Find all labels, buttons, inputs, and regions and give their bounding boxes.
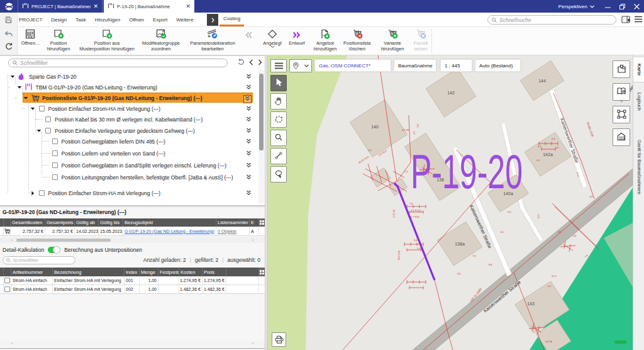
nav-back-button[interactable] [249, 59, 253, 67]
position-checkbox[interactable] [39, 106, 45, 111]
ribbon-button-modifikatorgruppe[interactable]: Modifikatorgruppe zuordnen [133, 28, 189, 54]
map-button-transform[interactable] [613, 106, 630, 123]
column-header-festpreis[interactable]: Festpreis [158, 268, 179, 276]
side-tab-logbuch[interactable]: Logbuch [633, 85, 644, 118]
map-button-legend-book[interactable] [613, 83, 630, 101]
article-cell[interactable] [4, 285, 11, 293]
close-icon[interactable]: ✕ [186, 4, 191, 9]
column-header-g-ltig-bis[interactable]: Gültig bis [99, 218, 123, 227]
column-header-bezugsobjekt[interactable]: Bezugsobjekt [123, 218, 216, 227]
column-header-e[interactable]: E [250, 218, 259, 227]
position-checkbox[interactable] [39, 190, 45, 196]
menu-item-task[interactable]: Task [71, 17, 90, 23]
listensammler-link[interactable]: 0 Objekte [218, 229, 236, 234]
position-checkbox[interactable] [52, 138, 58, 144]
column-header-gesamtkosten[interactable]: Gesamtkosten [11, 218, 45, 227]
double-chevron-down-icon[interactable] [246, 190, 252, 197]
app-menu-button[interactable] [635, 16, 642, 24]
column-header-bezeichnung[interactable]: Bezeichnung [53, 268, 125, 276]
side-tab-karte[interactable]: Karte [633, 57, 644, 82]
map-tool-rotate[interactable] [270, 111, 287, 128]
close-button[interactable] [630, 0, 644, 13]
summary-table-row[interactable]: 2.757,32 €2.757,32 €14.02.202315.05.2023… [0, 227, 265, 236]
map-button-buildings[interactable] [613, 128, 630, 146]
column-header-g-ltig-ab[interactable]: Gültig ab [75, 218, 99, 227]
tree-row[interactable]: Position Gehwegplatten liefern DIN 485 (… [0, 136, 257, 147]
menu-item-hinzuf-gen[interactable]: Hinzufügen [91, 17, 125, 23]
bezugsobjekt-link[interactable]: G-01/P-19-20 (Gas ND-Leitung - Erweiteru… [125, 229, 214, 234]
column-chooser-icon[interactable] [259, 268, 265, 276]
position-checkbox[interactable] [52, 162, 58, 168]
article-cell[interactable] [4, 276, 11, 285]
expand-arrow-icon[interactable] [23, 96, 28, 101]
map-tool-lasso[interactable] [270, 166, 287, 183]
tree-row[interactable]: Position Einfacher Strom-HA mit Verlegun… [0, 188, 257, 198]
double-chevron-down-icon[interactable] [246, 174, 252, 181]
articles-table-row[interactable]: Strom-HA einfachEinfacher Strom-HA mit V… [0, 285, 265, 294]
ribbon-button-position-aus[interactable]: Position aus Musterposition hinzufügen [79, 28, 135, 54]
row-checkbox[interactable] [4, 278, 10, 283]
detail-filter-input[interactable]: Schnellfilter [3, 256, 75, 264]
menu-item-export[interactable]: Export [148, 17, 172, 23]
menu-item--ffnen[interactable]: Öffnen [125, 17, 148, 23]
double-chevron-down-icon[interactable] [246, 116, 252, 123]
menu-item-design[interactable]: Design [47, 17, 71, 23]
position-checkbox[interactable] [45, 128, 51, 133]
double-chevron-down-icon[interactable] [246, 74, 252, 81]
column-header-listensammler[interactable]: Listensammler [216, 218, 250, 227]
tree-scrollbar-thumb[interactable] [259, 74, 264, 150]
menu-item-weitere[interactable]: Weitere [172, 17, 197, 23]
map-layer-field[interactable]: Gas, OSM CONNECT* [314, 59, 391, 72]
column-header-index[interactable]: Index [125, 268, 140, 276]
close-icon[interactable]: ✕ [93, 4, 98, 9]
position-checkbox[interactable] [52, 150, 58, 156]
column-header[interactable] [226, 268, 259, 276]
summary-cell-bezugsobjekt[interactable]: G-01/P-19-20 (Gas ND-Leitung - Erweiteru… [123, 227, 216, 235]
tree-row[interactable]: Position Einfache Verlegung unter gedeck… [0, 125, 257, 136]
detail-calculation-toggle[interactable] [48, 247, 60, 253]
expand-arrow-icon[interactable] [17, 85, 22, 90]
tree-row[interactable]: TBM G-01/P-19-20 (Gas ND-Leitung - Erwei… [0, 82, 257, 93]
column-header-gesamtpreis[interactable]: Gesamtpreis [45, 218, 75, 227]
double-chevron-down-icon[interactable] [246, 106, 252, 113]
map-menu-button[interactable] [270, 59, 287, 72]
tree-row[interactable]: Position Leitungsgraben herstellen, befe… [0, 172, 257, 183]
column-chooser-icon[interactable] [259, 218, 265, 227]
column-header-menge[interactable]: Menge [140, 268, 158, 276]
map-button-map-sheet[interactable] [613, 60, 630, 78]
articles-table-row[interactable]: Strom-HA einfachEinfacher Strom-HA mit V… [0, 276, 265, 285]
double-chevron-down-icon[interactable] [243, 95, 252, 103]
column-header[interactable] [4, 218, 11, 227]
map-view[interactable]: 144142140138142a140a138a14340,50 10,04,0… [267, 55, 633, 350]
restore-button[interactable] [615, 0, 630, 13]
collapse-arrow-icon[interactable] [30, 191, 35, 196]
column-header-artikelnummer[interactable]: Artikelnummer [11, 268, 53, 276]
map-tool-cursor[interactable] [270, 75, 287, 91]
double-chevron-down-icon[interactable] [246, 128, 252, 135]
double-chevron-down-icon[interactable] [246, 138, 252, 145]
tree-row[interactable]: Position Einfacher Strom-HA mit Verlegun… [0, 103, 257, 114]
menu-overflow-button[interactable] [207, 14, 218, 26]
side-tab-gantt-f-r-bauma-nahmen[interactable]: Gantt für Baumaßnahmen [633, 121, 644, 213]
perspektiven-menu[interactable]: Perspektiven [552, 4, 601, 9]
double-chevron-down-icon[interactable] [246, 150, 252, 157]
map-scale-field[interactable]: 1 : 445 [440, 59, 472, 72]
minimize-button[interactable] [601, 0, 615, 13]
map-tool-zoom[interactable] [270, 130, 287, 146]
tree-row[interactable]: Sparte Gas P-19-20 [0, 71, 257, 82]
map-location-dropdown[interactable] [289, 59, 312, 72]
position-checkbox[interactable] [52, 174, 58, 180]
tree-row[interactable]: Position Liefern und Verteilen von Sand … [0, 148, 257, 159]
nav-forward-button[interactable] [258, 59, 262, 67]
map-tool-hand[interactable] [270, 93, 287, 110]
global-search-input[interactable]: Schnellsuche [487, 15, 616, 25]
tab-p-19-20-baumassnahme[interactable]: P-19-20 | Baumaßnahme ✕ [104, 0, 194, 13]
tree-filter-input[interactable]: Schnellfilter [8, 59, 228, 67]
tab-project-baumassnahmen[interactable]: PROJECT | Baumaßnahmen ✕ [18, 0, 103, 13]
summary-table-hscrollbar[interactable]: ‹› [0, 237, 265, 243]
menu-item-project[interactable]: PROJECT [14, 17, 47, 23]
tree-scrollbar[interactable] [258, 70, 264, 203]
column-header[interactable] [4, 268, 11, 276]
expand-arrow-icon[interactable] [36, 128, 42, 133]
expand-arrow-icon[interactable] [30, 106, 35, 111]
